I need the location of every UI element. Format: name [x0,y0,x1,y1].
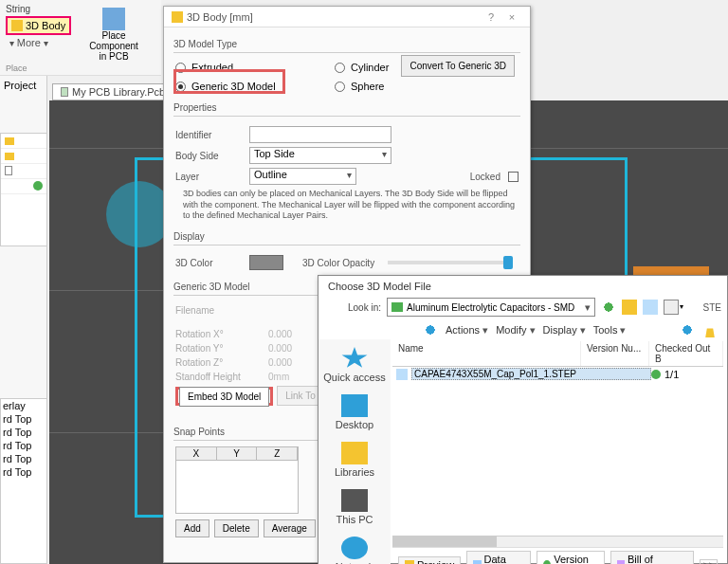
actions-menu[interactable]: Actions [446,324,488,337]
new-folder-icon[interactable] [643,300,658,315]
file-list-header[interactable]: Name Version Nu... Checked Out B [392,341,723,367]
sidebar-quick-access[interactable]: Quick access [318,343,391,391]
identifier-input[interactable] [249,126,391,143]
section-model-type: 3D Model Type [173,39,520,49]
data-card-icon [473,560,481,564]
place-component-button[interactable]: Place Component in PCB [85,30,142,62]
locked-label: Locked [470,172,500,182]
place-component-icon [102,8,125,30]
snap-add-button[interactable]: Add [175,519,209,537]
3d-color-label: 3D Color [175,258,242,268]
convert-generic-button[interactable]: Convert To Generic 3D [401,55,515,77]
dialog-titlebar[interactable]: 3D Body [mm] ? × [164,7,530,27]
opacity-slider[interactable] [388,261,513,264]
embed-3d-model-button[interactable]: Embed 3D Model [179,387,269,407]
refresh-icon-2[interactable] [680,322,695,337]
col-name[interactable]: Name [392,341,581,366]
tools-menu[interactable]: Tools [593,324,627,337]
document-icon [5,166,12,175]
file-sidebar: Quick access Desktop Libraries This PC N… [318,339,391,564]
back-icon[interactable] [601,300,616,315]
libraries-icon [341,442,368,464]
file-name-cell: CAPAE4743X55M_Cap_Pol1_1.STEP [411,368,651,380]
check-icon [33,181,43,191]
locked-checkbox[interactable] [508,172,519,182]
col-version[interactable]: Version Nu... [581,341,649,366]
lock-icon[interactable] [702,322,718,337]
sidebar-desktop[interactable]: Desktop [318,391,391,438]
sidebar-libraries[interactable]: Libraries [318,438,391,485]
opacity-label: 3D Color Opacity [302,258,374,268]
gear-icon [651,370,661,379]
tab-bom[interactable]: Bill of Materials [610,551,694,564]
slider-thumb[interactable] [503,256,513,269]
folder-icon [391,302,403,312]
radio-extruded[interactable]: Extruded [175,62,327,73]
project-tree[interactable] [0,133,47,246]
snap-delete-button[interactable]: Delete [214,519,259,537]
modify-menu[interactable]: Modify [496,324,535,337]
snap-average-button[interactable]: Average [264,519,316,537]
help-button[interactable]: ? [481,11,501,23]
ribbon: String 3D Body ▾ More ▾ Place Component … [0,0,161,76]
project-panel-title: Project [0,76,46,95]
body-side-label: Body Side [175,151,242,161]
ste-label: STE [703,302,721,313]
gear-icon [543,560,551,564]
file-row[interactable]: CAPAE4743X55M_Cap_Pol1_1.STEP 1/1 [392,367,723,381]
star-icon [341,347,368,370]
lookin-value: Aluminum Electrolytic Capacitors - SMD [407,302,574,313]
folder-icon [5,153,14,160]
preview-icon [405,560,414,564]
filename-label: Filename [175,305,261,316]
layer-label: Layer [175,172,242,182]
cube-icon [11,20,23,31]
display-menu[interactable]: Display [543,324,586,337]
snap-col-x: X [176,447,217,460]
mechanical-note: 3D bodies can only be placed on Mechanic… [183,189,519,222]
close-button[interactable]: × [501,11,522,23]
horizontal-scrollbar[interactable] [392,536,723,547]
snap-points-table[interactable]: X Y Z [175,446,299,514]
document-icon [61,87,68,97]
step-file-icon [396,369,408,380]
ribbon-group-label: Place [6,64,27,73]
snap-col-z: Z [257,447,298,460]
radio-sphere[interactable]: Sphere [335,81,458,92]
section-properties: Properties [173,102,520,113]
3d-color-swatch[interactable] [249,255,283,270]
sidebar-this-pc[interactable]: This PC [318,485,391,533]
section-display: Display [173,231,520,242]
choose-3d-model-dialog: Choose 3D Model File Look in: Aluminum E… [318,275,728,564]
tab-preview[interactable]: Preview [398,556,461,564]
snap-col-y: Y [217,447,258,460]
sidebar-network[interactable]: Network [318,533,391,564]
pc-icon [341,489,368,512]
3d-body-label: 3D Body [26,20,65,31]
file-version-cell: 1/1 [651,369,719,380]
folder-icon [5,137,14,145]
body-side-select[interactable]: Top Side [249,147,391,164]
tabs-more-button[interactable]: >> [700,559,718,565]
identifier-label: Identifier [175,130,242,140]
up-folder-icon[interactable] [622,300,637,315]
desktop-icon [341,394,368,417]
network-icon [341,537,368,559]
file-list[interactable]: CAPAE4743X55M_Cap_Pol1_1.STEP 1/1 [392,367,723,534]
layer-list[interactable]: erlay rd Top rd Top rd Top rd Top rd Top [0,398,47,564]
col-checked-out[interactable]: Checked Out B [649,341,723,366]
lookin-label: Look in: [328,302,381,313]
cube-icon [172,11,183,23]
3d-body-button[interactable]: 3D Body [6,16,71,35]
dialog-title: 3D Body [mm] [187,11,481,23]
bom-icon [617,560,625,564]
radio-generic[interactable]: Generic 3D Model [175,81,327,92]
tab-data-card[interactable]: Data Card [466,551,531,564]
layer-select[interactable]: Outline [249,168,356,185]
refresh-icon[interactable] [423,322,438,337]
lookin-select[interactable]: Aluminum Electrolytic Capacitors - SMD [387,298,595,317]
view-menu-icon[interactable] [664,300,679,315]
file-dialog-title: Choose 3D Model File [318,276,727,294]
embed-highlight-box: Embed 3D Model [175,387,273,406]
tab-version[interactable]: Version 1/1 [537,551,605,564]
